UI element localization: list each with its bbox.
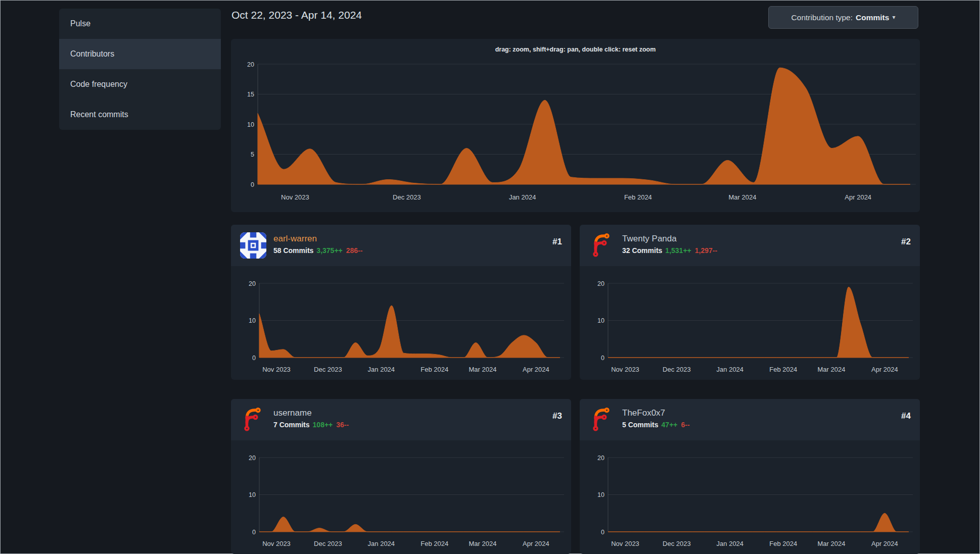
- contribution-type-label: Contribution type:: [791, 13, 853, 22]
- svg-text:20: 20: [597, 455, 604, 462]
- svg-text:0: 0: [252, 355, 256, 362]
- sidebar-item-contributors[interactable]: Contributors: [59, 39, 221, 69]
- contributor-chart-3[interactable]: 01020Nov 2023Dec 2023Jan 2024Feb 2024Mar…: [231, 440, 571, 554]
- contributor-chart-2[interactable]: 01020Nov 2023Dec 2023Jan 2024Feb 2024Mar…: [580, 266, 920, 380]
- svg-text:Apr 2024: Apr 2024: [871, 366, 898, 373]
- svg-text:Apr 2024: Apr 2024: [523, 540, 549, 547]
- svg-text:0: 0: [601, 355, 604, 362]
- svg-text:Mar 2024: Mar 2024: [469, 540, 497, 547]
- svg-text:Apr 2024: Apr 2024: [871, 540, 898, 547]
- sidebar-item-recent-commits[interactable]: Recent commits: [59, 99, 221, 130]
- svg-text:0: 0: [251, 181, 254, 188]
- y-tick-labels: 01020: [597, 280, 604, 362]
- svg-text:Mar 2024: Mar 2024: [818, 540, 846, 547]
- x-tick-labels: Nov 2023Dec 2023Jan 2024Feb 2024Mar 2024…: [611, 540, 898, 547]
- svg-text:15: 15: [247, 91, 254, 98]
- area-series: [608, 287, 909, 358]
- deletions-count: 286--: [346, 246, 363, 255]
- svg-text:Apr 2024: Apr 2024: [523, 366, 549, 373]
- svg-text:Dec 2023: Dec 2023: [663, 366, 691, 373]
- y-gridlines: [608, 458, 913, 532]
- area-series: [259, 306, 560, 358]
- svg-text:10: 10: [247, 121, 254, 128]
- contributor-name[interactable]: username: [273, 408, 312, 418]
- contributor-rank: #1: [552, 237, 562, 247]
- contributor-name[interactable]: earl-warren: [273, 234, 317, 244]
- contributor-stats: 5 Commits47++6--: [622, 421, 690, 429]
- y-tick-labels: 01020: [249, 280, 256, 362]
- contributor-stats: 7 Commits108++36--: [273, 421, 349, 429]
- svg-text:Nov 2023: Nov 2023: [611, 366, 639, 373]
- additions-count: 1,531++: [665, 246, 691, 255]
- svg-text:Dec 2023: Dec 2023: [393, 193, 421, 201]
- chevron-down-icon: ▾: [892, 14, 895, 21]
- svg-text:0: 0: [252, 529, 256, 536]
- x-tick-labels: Nov 2023Dec 2023Jan 2024Feb 2024Mar 2024…: [262, 540, 549, 547]
- svg-text:20: 20: [249, 280, 256, 287]
- svg-text:Feb 2024: Feb 2024: [769, 540, 797, 547]
- svg-text:Jan 2024: Jan 2024: [717, 540, 744, 547]
- contributor-card-4: TheFox0x7 5 Commits47++6-- #4 01020Nov 2…: [580, 399, 920, 554]
- svg-text:Dec 2023: Dec 2023: [663, 540, 691, 547]
- forgejo-logo-avatar[interactable]: [589, 232, 615, 259]
- contributor-rank: #2: [901, 237, 911, 247]
- svg-text:Mar 2024: Mar 2024: [818, 366, 846, 373]
- sidebar-item-pulse[interactable]: Pulse: [59, 9, 221, 39]
- chart-canvas: 05101520Nov 2023Dec 2023Jan 2024Feb 2024…: [231, 39, 920, 212]
- chart-canvas: 01020Nov 2023Dec 2023Jan 2024Feb 2024Mar…: [580, 266, 920, 380]
- svg-text:10: 10: [597, 491, 604, 498]
- contributor-name[interactable]: Twenty Panda: [622, 234, 677, 244]
- svg-text:20: 20: [247, 61, 254, 68]
- forgejo-logo-avatar[interactable]: [240, 407, 266, 433]
- contributor-card-header: earl-warren 58 Commits3,375++286-- #1: [231, 225, 571, 266]
- svg-text:Mar 2024: Mar 2024: [469, 366, 497, 373]
- contributors-activity-page: Pulse Contributors Code frequency Recent…: [0, 0, 980, 554]
- activity-sidebar: Pulse Contributors Code frequency Recent…: [59, 9, 221, 130]
- svg-text:Mar 2024: Mar 2024: [728, 193, 756, 201]
- forgejo-logo-avatar[interactable]: [589, 407, 615, 433]
- svg-text:Feb 2024: Feb 2024: [769, 366, 797, 373]
- y-gridlines: [259, 458, 564, 532]
- contribution-type-value: Commits: [856, 13, 889, 22]
- svg-text:10: 10: [597, 317, 604, 324]
- svg-text:20: 20: [249, 455, 256, 462]
- contribution-type-dropdown[interactable]: Contribution type: Commits ▾: [768, 6, 918, 29]
- contributor-name[interactable]: TheFox0x7: [622, 408, 665, 418]
- contributor-rank: #4: [901, 411, 911, 421]
- svg-text:Nov 2023: Nov 2023: [281, 193, 309, 201]
- svg-text:Nov 2023: Nov 2023: [611, 540, 639, 547]
- contributor-stats: 58 Commits3,375++286--: [273, 246, 362, 255]
- svg-text:Dec 2023: Dec 2023: [314, 540, 342, 547]
- commit-count: 32 Commits: [622, 246, 662, 255]
- additions-count: 47++: [662, 421, 678, 429]
- svg-text:Apr 2024: Apr 2024: [845, 193, 871, 201]
- commit-count: 5 Commits: [622, 421, 659, 429]
- svg-text:Jan 2024: Jan 2024: [509, 193, 536, 201]
- contributor-card-2: Twenty Panda 32 Commits1,531++1,297-- #2…: [580, 225, 920, 380]
- contributor-card-3: username 7 Commits108++36-- #3 01020Nov …: [231, 399, 571, 554]
- overall-contributions-card: drag: zoom, shift+drag: pan, double clic…: [231, 39, 920, 212]
- svg-text:Jan 2024: Jan 2024: [717, 366, 744, 373]
- deletions-count: 36--: [336, 421, 349, 429]
- svg-text:Feb 2024: Feb 2024: [421, 540, 448, 547]
- sidebar-item-code-frequency[interactable]: Code frequency: [59, 69, 221, 99]
- contributor-chart-1[interactable]: 01020Nov 2023Dec 2023Jan 2024Feb 2024Mar…: [231, 266, 571, 380]
- main-contributions-chart[interactable]: 05101520Nov 2023Dec 2023Jan 2024Feb 2024…: [231, 39, 920, 212]
- svg-text:Feb 2024: Feb 2024: [421, 366, 448, 373]
- contributor-rank: #3: [552, 411, 562, 421]
- avatar-identicon[interactable]: [240, 232, 266, 259]
- svg-text:20: 20: [597, 280, 604, 287]
- contributor-chart-4[interactable]: 01020Nov 2023Dec 2023Jan 2024Feb 2024Mar…: [580, 440, 920, 554]
- svg-text:10: 10: [249, 317, 256, 324]
- date-range-title: Oct 22, 2023 - Apr 14, 2024: [231, 9, 362, 21]
- svg-text:Feb 2024: Feb 2024: [624, 193, 652, 201]
- chart-canvas: 01020Nov 2023Dec 2023Jan 2024Feb 2024Mar…: [580, 440, 920, 554]
- y-tick-labels: 01020: [597, 455, 604, 536]
- svg-text:0: 0: [601, 529, 604, 536]
- area-series: [608, 513, 909, 532]
- deletions-count: 1,297--: [695, 246, 717, 255]
- commit-count: 58 Commits: [273, 246, 313, 255]
- contributor-card-header: username 7 Commits108++36-- #3: [231, 399, 571, 440]
- additions-count: 3,375++: [316, 246, 342, 255]
- contributor-card-1: earl-warren 58 Commits3,375++286-- #1 01…: [231, 225, 571, 380]
